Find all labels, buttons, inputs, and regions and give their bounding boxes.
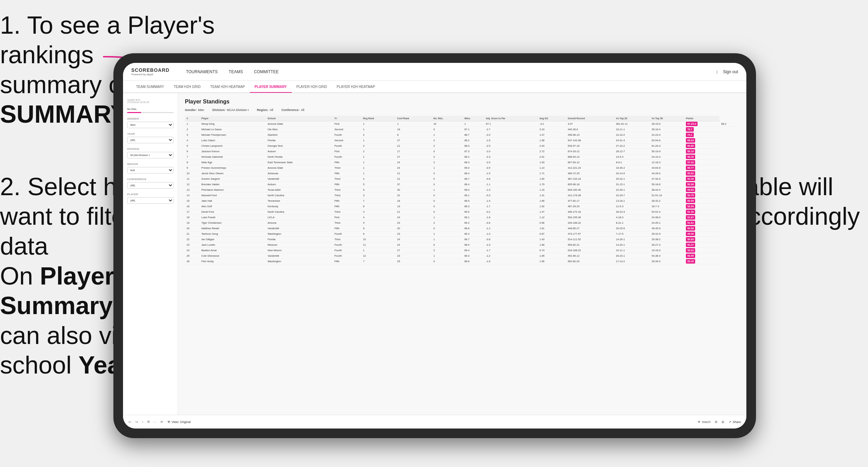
- cell-row8-col2: East Tennessee State: [266, 160, 333, 165]
- subnav-team-h2h-heatmap[interactable]: TEAM H2H HEATMAP: [205, 81, 250, 93]
- table-row[interactable]: 6Jackson KoivunAuburnFirst217067.3-2.02.…: [185, 149, 739, 154]
- year-label: Year: [127, 132, 174, 135]
- cell-row17-col5: 21: [396, 209, 432, 215]
- table-row[interactable]: 14Maxwell FordNorth CarolinaThird322069.…: [185, 193, 739, 198]
- cell-row2-col8: -2.7: [484, 127, 538, 132]
- table-row[interactable]: 1Wenyi DingArizona StateFirst1115167.1-3…: [185, 121, 739, 127]
- cell-row9-col5: 24: [396, 165, 432, 171]
- cell-row26-col11: 17-14-2: [614, 259, 650, 264]
- table-row[interactable]: 15Jake HallTennesseeFifth718068.5-1.51.6…: [185, 198, 739, 204]
- cell-row10-col12: 44-26-0: [650, 171, 684, 176]
- points-badge: 55.45: [686, 259, 695, 264]
- table-row[interactable]: 12Brendan ValdesAuburnFifth537068.4-1.11…: [185, 182, 739, 187]
- table-row[interactable]: 25Cole SherwoodVanderbiltFourth1223169.3…: [185, 253, 739, 259]
- table-row[interactable]: 8Mats EgeEast Tennessee StateFifth124268…: [185, 160, 739, 165]
- cell-row14-col5: 22: [396, 193, 432, 198]
- table-row[interactable]: 20Matthew RiedelVanderbiltFifth920068.8-…: [185, 226, 739, 231]
- table-row[interactable]: 10Jacob Skov OlesenArkansasFifth121068.4…: [185, 171, 739, 176]
- share-btn[interactable]: ↗ Share: [728, 420, 741, 424]
- refresh-btn[interactable]: ⟳: [160, 420, 163, 424]
- cell-row16-col0: 16: [185, 204, 200, 209]
- table-row[interactable]: 16Alex GoffKentuckyFifth819068.3-1.71.92…: [185, 204, 739, 209]
- cell-row10-col5: 21: [396, 171, 432, 176]
- watch-btn[interactable]: 👁 Watch: [698, 420, 711, 424]
- points-badge: 49.06: [686, 232, 695, 236]
- table-row[interactable]: 18Luke PowellUCLAFirst424169.1-1.81.1250…: [185, 215, 739, 220]
- settings-btn[interactable]: ⚙: [715, 420, 717, 424]
- sub-nav: TEAM SUMMARY TEAM H2H GRID TEAM H2H HEAT…: [123, 81, 746, 93]
- cell-row18-col9: 1.12: [538, 215, 566, 220]
- cell-row8-col11: 8-6-1: [614, 160, 650, 165]
- cell-row10-col2: Arkansas: [266, 171, 333, 176]
- sidebar: Update time: 27/03/2024 16:56:26 No Rds.…: [123, 93, 178, 415]
- table-row[interactable]: 21Taehoon SongWashingtonFourth623169.3-1…: [185, 231, 739, 237]
- table-row[interactable]: 11Gordon SargentVanderbiltThird421068.7-…: [185, 176, 739, 182]
- nav-teams[interactable]: TEAMS: [229, 68, 243, 76]
- subnav-player-h2h-grid[interactable]: PLAYER H2H GRID: [292, 81, 332, 93]
- cell-row7-col7: 68.2: [463, 154, 484, 160]
- subnav-team-summary[interactable]: TEAM SUMMARY: [131, 81, 169, 93]
- subnav-team-h2h-grid[interactable]: TEAM H2H GRID: [169, 81, 205, 93]
- cell-row5-col4: 2: [361, 143, 395, 149]
- table-row[interactable]: 4Luke ClatonFloridaSecond127268.2-1.61.9…: [185, 138, 739, 143]
- copy-btn[interactable]: ⧉: [147, 420, 149, 424]
- cell-row6-col9: 2.72: [538, 149, 566, 154]
- table-row[interactable]: 17David FordNorth CarolinaThird421069.0-…: [185, 209, 739, 215]
- cell-row14-col1: Maxwell Ford: [200, 193, 266, 198]
- table-row[interactable]: 26Petr HrubyWashingtonFifth725068.6-1.61…: [185, 259, 739, 264]
- year-select[interactable]: (All): [127, 137, 174, 143]
- cell-row16-col12: 18-7-3: [650, 204, 684, 209]
- table-row[interactable]: 9Preston SummerhaysArizona StateThird124…: [185, 165, 739, 171]
- table-row[interactable]: 3Michael ThorbjornsenStanfordFourth28168…: [185, 132, 739, 138]
- cell-row6-col4: 2: [361, 149, 395, 154]
- cell-row21-col12: 25-42-9: [650, 231, 684, 237]
- update-time: Update time: 27/03/2024 16:56:26: [127, 99, 174, 103]
- cell-row9-col13: 56.77: [684, 165, 720, 171]
- cell-row8-col6: 2: [432, 160, 463, 165]
- cell-row18-col1: Luke Powell: [200, 215, 266, 220]
- table-row[interactable]: 2Michael Le SassoOle MissSecond118067.1-…: [185, 127, 739, 132]
- nav-signout[interactable]: Sign out: [723, 68, 738, 76]
- col-adj-score: Adj. Score to Par: [484, 116, 538, 121]
- nav-committee[interactable]: COMMITTEE: [254, 68, 279, 76]
- cell-row12-col9: 1.79: [538, 182, 566, 187]
- conference-select[interactable]: (All): [127, 182, 174, 189]
- back-btn[interactable]: ‹: [142, 420, 143, 424]
- subnav-player-h2h-heatmap[interactable]: PLAYER H2H HEATMAP: [332, 81, 380, 93]
- undo-btn[interactable]: ↩: [129, 420, 131, 424]
- cell-row13-col12: 38-44-4: [650, 187, 684, 193]
- cell-row21-col3: Fourth: [333, 231, 361, 237]
- table-row[interactable]: 19Tiger ChristensenArizonaThird523269.2-…: [185, 220, 739, 226]
- nav-tournaments[interactable]: TOURNAMENTS: [186, 68, 218, 76]
- table-row[interactable]: 22Ian GilliganFloridaThird1024168.7-0.81…: [185, 237, 739, 242]
- table-row[interactable]: 7Nicholas GabrelcikNorth FloridaFourth12…: [185, 154, 739, 160]
- cell-row25-col1: Cole Sherwood: [200, 253, 266, 259]
- points-badge: 57.42: [686, 160, 695, 165]
- table-row[interactable]: 13Phichaksn MaichonTexas A&MThird630169.…: [185, 187, 739, 193]
- subnav-player-summary[interactable]: PLAYER SUMMARY: [250, 81, 292, 93]
- grid-btn[interactable]: ⊞: [722, 420, 724, 424]
- region-select[interactable]: N/A: [127, 167, 174, 174]
- points-badge: 60.89: [686, 144, 695, 148]
- no-rds-slider[interactable]: [127, 112, 174, 113]
- cell-row11-col0: 11: [185, 176, 200, 182]
- cell-row15-col6: 0: [432, 198, 463, 204]
- view-original[interactable]: 👁 View: Original: [167, 420, 191, 424]
- player-select[interactable]: (All): [127, 197, 174, 204]
- cell-row9-col2: Arizona State: [266, 165, 333, 171]
- table-row[interactable]: 23Jack LundinMissouriFourth1124068.5-2.3…: [185, 242, 739, 248]
- table-row[interactable]: 24Bastien AmatNew MexicoFourth127269.4-1…: [185, 248, 739, 253]
- table-row[interactable]: 5Christo LamprechtGeorgia TechFourth2212…: [185, 143, 739, 149]
- division-select[interactable]: NCAA Division I: [127, 152, 174, 158]
- cell-row21-col6: 1: [432, 231, 463, 237]
- more-btn[interactable]: ···: [154, 420, 156, 424]
- cell-row10-col4: 1: [361, 171, 395, 176]
- cell-row22-col3: Third: [333, 237, 361, 242]
- redo-btn[interactable]: ↪: [135, 420, 138, 424]
- cell-row19-col8: -0.6: [484, 220, 538, 226]
- cell-row11-col7: 68.7: [463, 176, 484, 182]
- standings-title: Player Standings: [185, 99, 739, 105]
- gender-select[interactable]: Men: [127, 122, 174, 128]
- cell-row19-col11: 8-21-1: [614, 220, 650, 226]
- cell-row16-col13: 52.54: [684, 204, 720, 209]
